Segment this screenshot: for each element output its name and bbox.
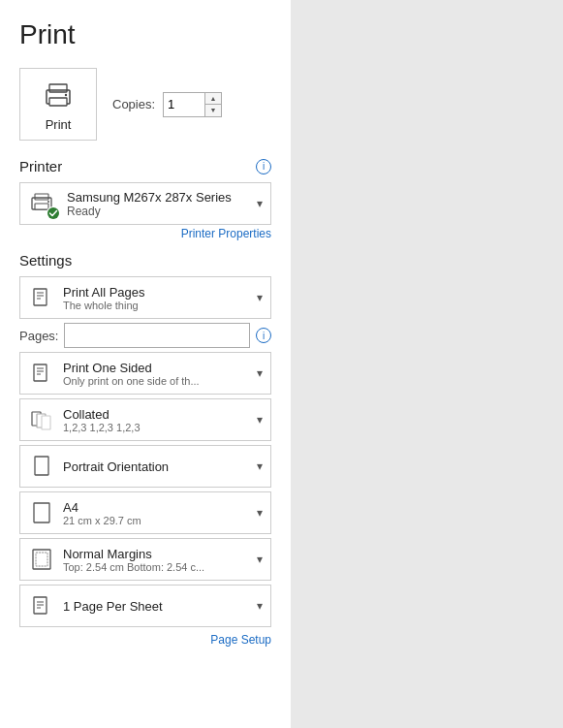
margins-main: Normal Margins <box>63 547 249 561</box>
orientation-arrow-icon: ▾ <box>257 459 263 473</box>
margins-text: Normal Margins Top: 2.54 cm Bottom: 2.54… <box>63 547 249 573</box>
printer-icon <box>40 77 77 113</box>
svg-rect-21 <box>34 503 49 522</box>
print-one-sided-arrow-icon: ▾ <box>257 366 263 380</box>
margins-sub: Top: 2.54 cm Bottom: 2.54 c... <box>63 561 208 573</box>
copies-label: Copies: <box>112 97 155 111</box>
print-one-sided-text: Print One Sided Only print on one side o… <box>63 361 249 387</box>
collated-text: Collated 1,2,3 1,2,3 1,2,3 <box>63 407 249 433</box>
pages-per-sheet-dropdown[interactable]: 1 Page Per Sheet ▾ <box>19 585 271 627</box>
print-panel: Print Print Copies: ▲ ▼ Printer <box>0 0 291 728</box>
paper-size-text: A4 21 cm x 29.7 cm <box>63 500 249 526</box>
paper-size-dropdown[interactable]: A4 21 cm x 29.7 cm ▾ <box>19 491 271 534</box>
margins-dropdown[interactable]: Normal Margins Top: 2.54 cm Bottom: 2.54… <box>19 538 271 581</box>
svg-rect-23 <box>36 553 47 566</box>
all-pages-icon <box>30 286 53 309</box>
orientation-dropdown[interactable]: Portrait Orientation ▾ <box>19 445 271 488</box>
margins-setting-icon <box>30 548 53 571</box>
svg-point-7 <box>47 201 49 203</box>
svg-rect-2 <box>49 98 67 106</box>
copies-input-wrap: ▲ ▼ <box>163 92 222 117</box>
page-title: Print <box>19 19 271 50</box>
print-all-pages-main: Print All Pages <box>63 285 249 300</box>
ready-checkmark-icon <box>47 207 59 219</box>
print-one-sided-sub: Only print on one side of th... <box>63 375 208 387</box>
print-one-sided-dropdown[interactable]: Print One Sided Only print on one side o… <box>19 352 271 395</box>
one-sided-icon <box>30 362 53 385</box>
svg-rect-13 <box>34 364 47 381</box>
collated-main: Collated <box>63 407 249 422</box>
portrait-icon <box>30 455 53 478</box>
print-all-pages-text: Print All Pages The whole thing <box>63 285 249 311</box>
copies-spinners: ▲ ▼ <box>204 93 221 116</box>
print-button[interactable]: Print <box>19 68 97 141</box>
collated-pages-icon <box>30 408 53 431</box>
collated-arrow-icon: ▾ <box>257 413 263 427</box>
printer-properties-link[interactable]: Printer Properties <box>19 227 271 240</box>
collated-sub: 1,2,3 1,2,3 1,2,3 <box>63 422 208 433</box>
pages-per-sheet-icon <box>28 592 55 619</box>
preview-panel <box>291 0 563 728</box>
svg-rect-20 <box>35 457 48 475</box>
paper-size-icon <box>28 499 55 526</box>
collated-dropdown[interactable]: Collated 1,2,3 1,2,3 1,2,3 ▾ <box>19 398 271 441</box>
printer-info: Samsung M267x 287x Series Ready <box>67 190 249 218</box>
print-one-sided-main: Print One Sided <box>63 361 249 375</box>
paper-size-a4-icon <box>30 501 53 524</box>
collated-icon <box>28 406 55 433</box>
pages-input[interactable] <box>64 323 250 348</box>
printer-section-title: Printer i <box>19 158 271 174</box>
printer-icon-wrap <box>28 188 59 219</box>
orientation-icon <box>28 453 55 480</box>
settings-section-title: Settings <box>19 252 271 269</box>
pages-row: Pages: i <box>19 323 271 348</box>
pages-per-sheet-text: 1 Page Per Sheet <box>63 599 249 614</box>
orientation-main: Portrait Orientation <box>63 459 249 474</box>
copies-area: Copies: ▲ ▼ <box>112 92 222 117</box>
svg-rect-1 <box>49 84 67 92</box>
pages-per-sheet-setting-icon <box>30 594 53 617</box>
print-all-pages-sub: The whole thing <box>63 300 208 311</box>
page-setup-link[interactable]: Page Setup <box>19 633 271 647</box>
printer-select-wrap: Samsung M267x 287x Series Ready ▾ <box>19 182 271 225</box>
copies-down-button[interactable]: ▼ <box>205 105 221 116</box>
copies-up-button[interactable]: ▲ <box>205 93 221 105</box>
paper-size-main: A4 <box>63 500 249 515</box>
pages-per-sheet-main: 1 Page Per Sheet <box>63 599 249 614</box>
margins-arrow-icon: ▾ <box>257 553 263 566</box>
print-icon-label: Print <box>46 117 72 132</box>
printer-dropdown-arrow-icon: ▾ <box>257 197 263 210</box>
paper-size-sub: 21 cm x 29.7 cm <box>63 515 208 526</box>
printer-status: Ready <box>67 205 249 218</box>
svg-rect-9 <box>34 289 47 305</box>
pages-label: Pages: <box>19 329 58 343</box>
printer-select[interactable]: Samsung M267x 287x Series Ready ▾ <box>19 182 271 225</box>
print-all-pages-icon <box>28 284 55 311</box>
print-button-area: Print Copies: ▲ ▼ <box>19 68 271 141</box>
pages-per-sheet-arrow-icon: ▾ <box>257 599 263 613</box>
copies-input[interactable] <box>164 93 204 116</box>
print-all-pages-dropdown[interactable]: Print All Pages The whole thing ▾ <box>19 276 271 319</box>
margins-icon <box>28 546 55 573</box>
svg-rect-19 <box>42 416 50 429</box>
svg-rect-5 <box>35 194 48 200</box>
printer-info-icon[interactable]: i <box>256 159 271 174</box>
printer-name: Samsung M267x 287x Series <box>67 190 249 205</box>
pages-info-icon[interactable]: i <box>256 328 271 343</box>
print-one-sided-icon <box>28 360 55 387</box>
paper-size-arrow-icon: ▾ <box>257 506 263 520</box>
printer-ready-badge <box>47 206 59 219</box>
orientation-text: Portrait Orientation <box>63 459 249 474</box>
print-all-pages-arrow-icon: ▾ <box>257 291 263 304</box>
svg-point-3 <box>65 94 67 96</box>
